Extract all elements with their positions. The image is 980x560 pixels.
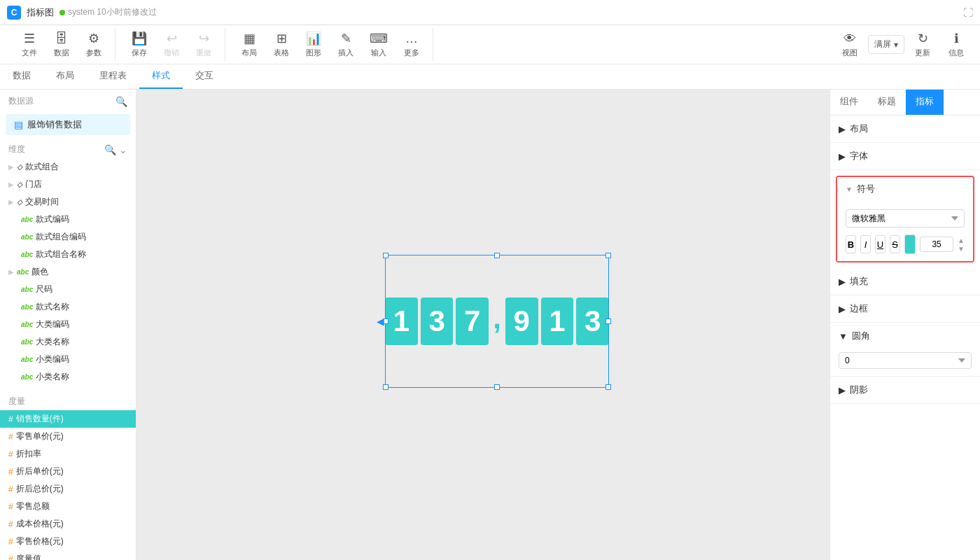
subtab-component[interactable]: 组件 xyxy=(830,90,868,115)
measure-label: 零售价格(元) xyxy=(16,536,64,547)
info-button[interactable]: ℹ 信息 xyxy=(941,28,972,61)
tab-layout[interactable]: 布局 xyxy=(43,64,87,89)
tab-data[interactable]: 数据 xyxy=(0,64,43,89)
bold-button[interactable]: B xyxy=(846,235,856,253)
font-section-header[interactable]: ▶ 字体 xyxy=(830,143,980,169)
app-logo: C xyxy=(7,6,21,20)
dim-item-kuanshiname[interactable]: abc 款式名称 xyxy=(0,298,136,316)
input-button[interactable]: ⌨ 输入 xyxy=(363,28,395,61)
handle-bot-center[interactable] xyxy=(494,384,500,390)
measure-label: 零售单价(元) xyxy=(16,430,64,442)
measure-item-costprice[interactable]: # 成本价格(元) xyxy=(0,515,136,533)
measure-header: 度量 xyxy=(0,393,136,410)
subtab-indicator[interactable]: 指标 xyxy=(906,90,944,115)
file-button[interactable]: ☰ 文件 xyxy=(14,28,45,61)
font-size-down[interactable]: ▼ xyxy=(958,245,965,253)
datasource-item[interactable]: ▤ 服饰销售数据 xyxy=(6,114,130,135)
subtab-title[interactable]: 标题 xyxy=(868,90,906,115)
measure-item-discounttotal[interactable]: # 折后总价(元) xyxy=(0,480,136,498)
dim-item-size[interactable]: abc 尺码 xyxy=(0,281,136,298)
dim-item-daleiname[interactable]: abc 大类名称 xyxy=(0,333,136,351)
font-size-input[interactable] xyxy=(920,237,953,252)
view-button[interactable]: 👁 视图 xyxy=(834,29,865,61)
layout-button[interactable]: ▦ 布局 xyxy=(234,28,265,61)
dim-item-xiaoleiname[interactable]: abc 小类名称 xyxy=(0,368,136,386)
layout-section: ▶ 布局 xyxy=(830,115,980,143)
dim-item-xiaoleicode[interactable]: abc 小类编码 xyxy=(0,351,136,368)
refresh-button[interactable]: ↻ 更新 xyxy=(907,28,938,61)
measure-item-metric[interactable]: # 度量值 xyxy=(0,550,136,560)
insert-button[interactable]: ✎ 插入 xyxy=(330,28,361,61)
params-button[interactable]: ⚙ 参数 xyxy=(78,28,109,61)
save-button[interactable]: 💾 保存 xyxy=(124,28,155,61)
dim-label: 大类名称 xyxy=(36,336,69,348)
strikethrough-button[interactable]: S xyxy=(890,235,900,253)
layout-section-header[interactable]: ▶ 布局 xyxy=(830,115,980,142)
tab-milestone[interactable]: 里程表 xyxy=(87,64,139,89)
dim-item-daleicode[interactable]: abc 大类编码 xyxy=(0,316,136,333)
dim-item-kuanzuname[interactable]: abc 款式组合名称 xyxy=(0,246,136,263)
measure-item-retailprice[interactable]: # 零售价格(元) xyxy=(0,533,136,550)
symbol-section-header[interactable]: ▼ 符号 xyxy=(837,177,973,201)
dim-label: 款式组合 xyxy=(25,161,59,173)
underline-button[interactable]: U xyxy=(875,235,886,253)
save-label: 保存 xyxy=(132,48,147,58)
more-button[interactable]: … 更多 xyxy=(396,29,427,61)
measure-item-discount[interactable]: # 折扣率 xyxy=(0,445,136,463)
dim-item-color[interactable]: ▶ abc 颜色 xyxy=(0,263,136,281)
handle-top-right[interactable] xyxy=(606,253,611,258)
tab-style[interactable]: 样式 xyxy=(139,64,183,89)
handle-bot-left[interactable] xyxy=(383,384,388,390)
font-family-select[interactable]: 微软雅黑 宋体 黑体 Arial xyxy=(846,209,965,227)
dim-item-kuanzu[interactable]: ▶ ◇ 款式组合 xyxy=(0,158,136,176)
italic-button[interactable]: I xyxy=(860,235,871,253)
corner-section: ▼ 圆角 0 4 8 12 16 50% xyxy=(830,323,980,377)
dim-item-jiaoyishijian[interactable]: ▶ ◇ 交易时间 xyxy=(0,193,136,211)
toolbar-right: 👁 视图 满屏 ▾ ↻ 更新 ℹ 信息 xyxy=(834,28,972,61)
hash-icon: # xyxy=(8,519,13,529)
type-badge-abc: abc xyxy=(21,373,33,381)
dim-item-kuanshicode[interactable]: abc 款式编码 xyxy=(0,211,136,228)
shadow-section-header[interactable]: ▶ 阴影 xyxy=(830,377,980,403)
undo-button[interactable]: ↩ 撤销 xyxy=(156,28,187,61)
handle-bot-right[interactable] xyxy=(606,384,611,390)
left-resize-arrow[interactable]: ◀ xyxy=(377,316,384,327)
dim-item-mendian[interactable]: ▶ ◇ 门店 xyxy=(0,176,136,193)
datasource-icons: 🔍 xyxy=(115,96,127,107)
data-button[interactable]: 🗄 数据 xyxy=(46,29,77,61)
dim-item-kuanzucode[interactable]: abc 款式组合编码 xyxy=(0,228,136,246)
font-size-up[interactable]: ▲ xyxy=(958,237,965,244)
toolbar-group-edit: 💾 保存 ↩ 撤销 ↪ 重做 xyxy=(118,28,225,61)
dimension-search-icon[interactable]: 🔍 xyxy=(104,144,116,155)
corner-section-header[interactable]: ▼ 圆角 xyxy=(830,323,980,349)
border-section-header[interactable]: ▶ 边框 xyxy=(830,295,980,322)
table-button[interactable]: ⊞ 表格 xyxy=(266,28,297,61)
fill-section-header[interactable]: ▶ 填充 xyxy=(830,268,980,295)
corner-select[interactable]: 0 4 8 12 16 50% xyxy=(839,352,972,369)
handle-mid-right[interactable] xyxy=(606,318,611,324)
measure-item-retailtotal[interactable]: # 零售总额 xyxy=(0,498,136,515)
dimension-expand-icon[interactable]: ⌄ xyxy=(119,144,127,155)
tab-interact[interactable]: 交互 xyxy=(183,64,226,89)
fullscreen-button[interactable]: 满屏 ▾ xyxy=(868,35,904,54)
dim-label: 款式组合编码 xyxy=(36,231,86,243)
window-controls-icon[interactable]: ⛶ xyxy=(963,7,973,18)
kpi-widget[interactable]: 1 3 7 , 9 1 3 ◀ xyxy=(385,255,609,388)
corner-row: 0 4 8 12 16 50% xyxy=(830,349,980,376)
chevron-right-icon: ▶ xyxy=(839,304,846,314)
chevron-right-icon: ▶ xyxy=(839,385,846,396)
chevron-right-icon: ▶ xyxy=(839,124,846,134)
color-swatch[interactable] xyxy=(904,234,916,254)
input-label: 输入 xyxy=(371,48,386,58)
handle-top-center[interactable] xyxy=(494,253,500,258)
border-section-label: 边框 xyxy=(850,302,868,315)
measure-item-sales[interactable]: # 销售数量(件) xyxy=(0,410,136,428)
chart-button[interactable]: 📊 图形 xyxy=(298,28,329,61)
search-icon[interactable]: 🔍 xyxy=(115,96,127,107)
dimension-header-icons: 🔍 ⌄ xyxy=(104,144,127,155)
measure-item-discountprice[interactable]: # 折后单价(元) xyxy=(0,463,136,480)
measure-item-unitprice[interactable]: # 零售单价(元) xyxy=(0,428,136,445)
redo-button[interactable]: ↪ 重做 xyxy=(188,28,219,61)
hash-icon: # xyxy=(8,537,13,547)
handle-top-left[interactable] xyxy=(383,253,388,258)
